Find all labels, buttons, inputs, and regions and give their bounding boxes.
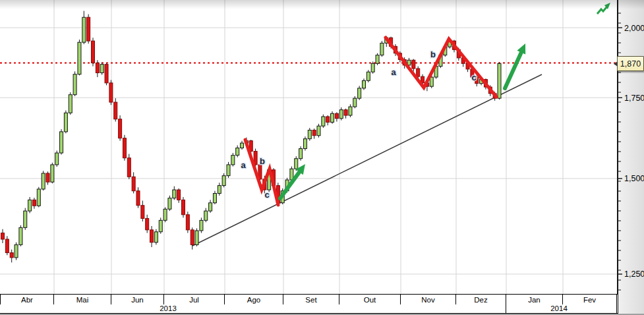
candle-bullish <box>168 198 171 210</box>
candle-bearish <box>182 200 185 214</box>
candle-bullish <box>317 126 320 136</box>
candle-bullish <box>363 80 366 88</box>
candle-bullish <box>349 107 352 115</box>
candle-bullish <box>209 203 212 211</box>
candle-bullish <box>19 227 22 244</box>
candle-bearish <box>141 206 144 219</box>
abc-label: a <box>391 67 396 77</box>
candle-bearish <box>119 119 122 138</box>
price-axis-label: 1,250 <box>624 270 644 279</box>
candle-bullish <box>37 189 40 206</box>
chart-window: abcabc2,0001,7501,5001,250 AbrMaiJunJulA… <box>0 0 644 315</box>
candle-bearish <box>114 102 117 119</box>
candle-bearish <box>10 253 13 258</box>
month-label: Abr <box>21 296 33 304</box>
month-cell-fev: Fev <box>563 295 617 304</box>
candle-bullish <box>163 209 167 220</box>
candle-bearish <box>150 230 154 243</box>
month-label: Jun <box>131 296 144 304</box>
month-cell-nov: Nov <box>401 295 456 304</box>
candle-bullish <box>331 113 334 122</box>
candle-bullish <box>498 63 501 98</box>
candle-bullish <box>358 88 361 98</box>
candle-bullish <box>222 176 225 186</box>
candle-bullish <box>200 220 203 231</box>
year-cell-2013 <box>0 304 506 313</box>
candle-bearish <box>96 63 99 72</box>
month-cell-jul: Jul <box>164 295 225 304</box>
candle-bullish <box>213 193 216 202</box>
candle-bullish <box>430 77 433 86</box>
candle-bearish <box>326 117 330 123</box>
candle-bearish <box>5 239 9 253</box>
abc-label: b <box>430 49 436 59</box>
year-label: 2014 <box>550 304 568 313</box>
month-label: Jul <box>189 296 199 304</box>
candle-bearish <box>136 191 140 206</box>
candle-bullish <box>60 132 63 153</box>
month-cell-out: Out <box>339 295 401 304</box>
candle-bearish <box>344 110 347 115</box>
candle-bullish <box>69 95 72 113</box>
abc-label: c <box>264 190 269 200</box>
candle-bullish <box>42 173 45 189</box>
time-axis-months[interactable]: AbrMaiJunJulAgoSetOutNovDezJanFev <box>0 294 618 305</box>
candle-bearish <box>105 65 108 83</box>
candle-bullish <box>295 159 298 169</box>
candle-bullish <box>322 117 325 126</box>
candle-bullish <box>73 74 76 95</box>
candle-bearish <box>312 130 316 135</box>
candle-bullish <box>371 63 374 72</box>
candle-bullish <box>303 139 307 149</box>
month-label: Mai <box>76 296 89 304</box>
candle-bullish <box>78 42 81 74</box>
candle-bullish <box>299 149 303 159</box>
month-label: Jan <box>528 296 541 304</box>
candle-bullish <box>241 143 244 148</box>
candle-bearish <box>87 17 90 41</box>
up-arrow-shaft <box>505 50 522 88</box>
candle-bullish <box>64 113 67 132</box>
month-label: Nov <box>421 296 434 304</box>
candle-bullish <box>376 55 379 64</box>
month-cell-abr: Abr <box>0 295 54 304</box>
time-axis-years[interactable]: 20132014 <box>0 304 618 314</box>
candle-bearish <box>146 218 149 229</box>
candle-bullish <box>24 211 27 227</box>
candle-bullish <box>353 98 357 107</box>
candle-bearish <box>127 158 131 177</box>
month-label: Ago <box>247 296 260 304</box>
month-cell-mai: Mai <box>54 295 111 304</box>
candle-bullish <box>236 148 239 156</box>
price-axis-label: 2,000 <box>624 24 644 33</box>
price-axis-label: 1,500 <box>624 174 644 183</box>
month-label: Fev <box>583 296 596 304</box>
candle-bearish <box>412 60 415 69</box>
candle-bearish <box>417 69 420 76</box>
price-tag: 1,870 <box>617 56 644 71</box>
month-cell-ago: Ago <box>225 295 283 304</box>
candle-bullish <box>28 200 32 211</box>
candle-bearish <box>123 138 126 158</box>
month-label: Set <box>305 296 316 304</box>
candle-bearish <box>186 215 189 230</box>
abc-label: a <box>241 160 246 170</box>
month-cell-set: Set <box>283 295 339 304</box>
candle-bearish <box>335 113 338 119</box>
candle-bearish <box>190 230 194 245</box>
candle-bullish <box>154 232 158 243</box>
candle-bullish <box>195 231 198 244</box>
candle-bullish <box>339 110 343 119</box>
candle-bullish <box>159 220 162 231</box>
candle-bullish <box>204 211 208 220</box>
price-tag-label: 1,870 <box>620 59 641 69</box>
abc-label: c <box>471 72 476 82</box>
month-cell-jan: Jan <box>506 295 563 304</box>
trend-up-icon <box>597 7 607 14</box>
candle-bullish <box>100 65 103 73</box>
candle-bullish <box>231 156 235 165</box>
candle-bullish <box>15 244 18 257</box>
chart-plot-area[interactable]: abcabc2,0001,7501,5001,250 <box>0 0 644 294</box>
month-cell-dez: Dez <box>456 295 506 304</box>
candle-bearish <box>177 190 181 200</box>
